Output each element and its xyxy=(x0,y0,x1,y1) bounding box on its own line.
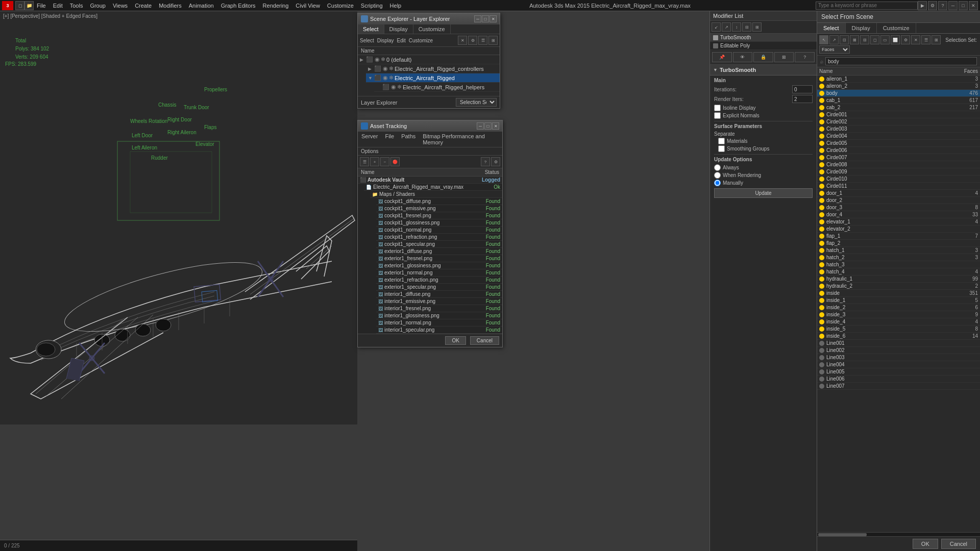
at-item-int-emissive[interactable]: 🖼 interior1_emissive.png Found xyxy=(376,298,502,305)
ts-materials-check[interactable] xyxy=(718,138,725,144)
ts-iterations-input[interactable] xyxy=(792,85,813,93)
sfs-cancel-btn[interactable]: Cancel xyxy=(941,539,976,549)
menu-help[interactable]: Help xyxy=(387,2,405,10)
sfs-item-cirde010[interactable]: Cirde010 xyxy=(817,176,980,183)
sfs-item-inside3[interactable]: inside_3 9 xyxy=(817,311,980,318)
mod-nav-lock[interactable]: 🔒 xyxy=(753,52,773,62)
at-menu-file[interactable]: File xyxy=(383,133,396,146)
at-tb-icon6[interactable]: ⚙ xyxy=(491,157,500,166)
sfs-item-inside5[interactable]: inside_5 8 xyxy=(817,325,980,333)
sfs-item-cirde008[interactable]: Cirde008 xyxy=(817,161,980,168)
sfs-sel-set-combo[interactable]: Faces xyxy=(819,45,850,54)
at-item-ext-refraction[interactable]: 🖼 exterior1_refraction.png Found xyxy=(376,277,502,284)
sfs-item-door3[interactable]: door_3 8 xyxy=(817,204,980,211)
sfs-item-line006[interactable]: Line006 xyxy=(817,375,980,383)
sfs-icon-9[interactable]: ⚙ xyxy=(901,35,910,44)
sfs-item-line002[interactable]: Line002 xyxy=(817,347,980,354)
sfs-item-hatch3[interactable]: hatch_3 xyxy=(817,261,980,268)
sfs-tab-display[interactable]: Display xyxy=(846,23,877,33)
sfs-item-line005[interactable]: Line005 xyxy=(817,368,980,375)
sfs-item-aileron2[interactable]: aileron_2 3 xyxy=(817,83,980,90)
sfs-item-hatch1[interactable]: hatch_1 3 xyxy=(817,247,980,254)
toolbar-icon-open[interactable]: 📁 xyxy=(24,1,34,10)
mod-tb-2[interactable]: ↗ xyxy=(722,22,731,32)
icon-minimize[interactable]: ─ xyxy=(948,1,958,10)
sfs-item-cirde003[interactable]: Cirde003 xyxy=(817,126,980,133)
menu-group[interactable]: Group xyxy=(87,2,109,10)
sfs-item-cab2[interactable]: cab_2 217 xyxy=(817,104,980,111)
se-item-helpers[interactable]: ⬛ ◉ ❄ Electric_Aircraft_Rigged_helpers xyxy=(374,83,500,92)
menu-rendering[interactable]: Rendering xyxy=(260,2,292,10)
se-menu-select[interactable]: Select xyxy=(360,38,374,43)
sfs-item-cirde002[interactable]: Cirde002 xyxy=(817,118,980,126)
at-item-int-fresnel[interactable]: 🖼 interior1_fresnel.png Found xyxy=(376,305,502,312)
sfs-item-inside[interactable]: inside 351 xyxy=(817,290,980,297)
sfs-item-inside4[interactable]: inside_4 4 xyxy=(817,318,980,325)
sfs-item-hyd1[interactable]: hydraulic_1 99 xyxy=(817,276,980,283)
se-icon-4[interactable]: ⊞ xyxy=(488,36,498,45)
at-item-ext-gloss[interactable]: 🖼 exterior1_glossiness.png Found xyxy=(376,262,502,269)
sfs-ok-btn[interactable]: OK xyxy=(913,539,938,549)
scene-explorer-close[interactable]: ✕ xyxy=(489,15,497,22)
at-close[interactable]: ✕ xyxy=(492,122,499,130)
sfs-search-input[interactable] xyxy=(825,57,977,65)
sfs-icon-8[interactable]: ⬜ xyxy=(891,35,900,44)
sfs-item-cirde007[interactable]: Cirde007 xyxy=(817,154,980,161)
sfs-item-cirde004[interactable]: Cirde004 xyxy=(817,133,980,140)
sfs-item-line004[interactable]: Line004 xyxy=(817,361,980,368)
at-item-maps[interactable]: 📁 Maps / Shaders xyxy=(370,191,502,198)
menu-customize[interactable]: Customize xyxy=(324,2,357,10)
sfs-item-inside1[interactable]: inside_1 5 xyxy=(817,297,980,304)
at-tb-icon5[interactable]: ? xyxy=(481,157,490,166)
menu-create[interactable]: Create xyxy=(132,2,155,10)
sfs-item-hyd2[interactable]: hydraulic_2 2 xyxy=(817,283,980,290)
sfs-item-flap2[interactable]: flap_2 xyxy=(817,240,980,247)
se-tab-select[interactable]: Select xyxy=(358,24,384,34)
at-minimize[interactable]: ─ xyxy=(477,122,484,130)
se-item-rigged[interactable]: ▼ ⬛ ◉ ❄ Electric_Aircraft_Rigged xyxy=(366,73,500,83)
menu-edit[interactable]: Edit xyxy=(50,2,66,10)
sfs-icon-6[interactable]: ◻ xyxy=(870,35,879,44)
at-maximize[interactable]: □ xyxy=(484,122,492,130)
se-item-default[interactable]: ▶ ⬛ ◉ ❄ 0 (default) xyxy=(358,55,500,64)
at-item-ext-diffuse[interactable]: 🖼 exterior1_diffuse.png Found xyxy=(376,248,502,255)
ts-update-btn[interactable]: Update xyxy=(714,188,813,198)
sfs-item-door2[interactable]: door_2 xyxy=(817,197,980,204)
at-item-int-specular[interactable]: 🖼 interior1_specular.png Found xyxy=(376,327,502,334)
sfs-item-body[interactable]: body 476 xyxy=(817,90,980,97)
sfs-icon-select[interactable]: ↖ xyxy=(819,35,828,44)
icon-render[interactable]: ▶ xyxy=(918,1,927,10)
sfs-icon-7[interactable]: ▭ xyxy=(880,35,890,44)
sfs-item-cirde001[interactable]: Cirde001 xyxy=(817,111,980,118)
at-menu-server[interactable]: Server xyxy=(360,133,379,146)
at-item-int-normal[interactable]: 🖼 interior1_normal.png Found xyxy=(376,319,502,327)
icon-maximize[interactable]: □ xyxy=(959,1,968,10)
scene-explorer-minimize[interactable]: ─ xyxy=(474,15,481,22)
icon-settings[interactable]: ⚙ xyxy=(928,1,937,10)
toolbar-icon-new[interactable]: ◻ xyxy=(15,1,24,10)
at-cancel-btn[interactable]: Cancel xyxy=(470,336,499,345)
mod-tb-4[interactable]: ⊟ xyxy=(742,22,751,32)
mod-nav-help[interactable]: ? xyxy=(795,52,815,62)
at-item-cockpit-gloss[interactable]: 🖼 cockpit1_glossiness.png Found xyxy=(376,219,502,227)
at-item-cockpit-specular[interactable]: 🖼 cockpit1_specular.png Found xyxy=(376,241,502,248)
sfs-item-cirde009[interactable]: Cirde009 xyxy=(817,168,980,176)
at-tb-icon3[interactable]: − xyxy=(380,157,389,166)
mod-item-editpoly[interactable]: Editable Poly xyxy=(710,42,817,50)
icon-close[interactable]: ✕ xyxy=(969,1,978,10)
at-item-ext-normal[interactable]: 🖼 exterior1_normal.png Found xyxy=(376,269,502,277)
mod-tb-5[interactable]: ⊞ xyxy=(752,22,762,32)
menu-modifiers[interactable]: Modifiers xyxy=(156,2,185,10)
at-item-vault[interactable]: ⬛ Autodesk Vault Logged xyxy=(358,177,502,184)
ts-explicit-check[interactable] xyxy=(714,112,721,119)
ts-render-iters-input[interactable] xyxy=(792,95,813,103)
sfs-icon-2[interactable]: ↗ xyxy=(829,35,839,44)
scene-explorer-maximize[interactable]: □ xyxy=(482,15,489,22)
at-item-cockpit-diffuse[interactable]: 🖼 cockpit1_diffuse.png Found xyxy=(376,198,502,205)
at-item-ext-specular[interactable]: 🖼 exterior1_specular.png Found xyxy=(376,284,502,291)
at-item-cockpit-emissive[interactable]: 🖼 cockpit1_emissive.png Found xyxy=(376,205,502,212)
mod-item-turbosmooth[interactable]: TurboSmooth xyxy=(710,34,817,42)
sfs-item-elev2[interactable]: elevator_2 xyxy=(817,226,980,233)
sfs-item-line003[interactable]: Line003 xyxy=(817,354,980,361)
sfs-icon-3[interactable]: ⊡ xyxy=(840,35,849,44)
